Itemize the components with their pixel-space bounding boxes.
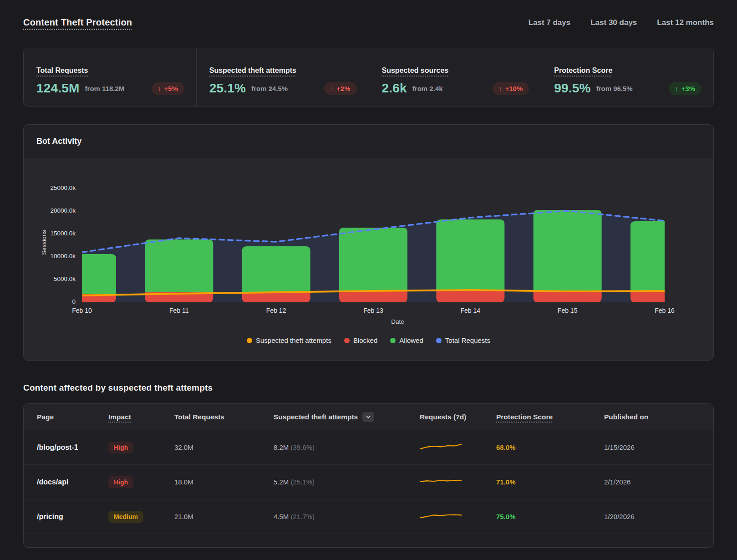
suspected-attempts-cell: 8.2M (39.6%): [274, 443, 420, 451]
requests-7d-cell: [420, 511, 496, 522]
suspected-attempts-cell: 5.2M (25.1%): [274, 478, 420, 486]
x-tick-label: Feb 11: [169, 307, 189, 314]
table-row[interactable]: /docs/apiHigh18.0M5.2M (25.1%)71.0%2/1/2…: [24, 464, 713, 499]
column-header-label: Suspected theft attempts: [274, 413, 358, 421]
stat-change-value: +10%: [505, 85, 523, 92]
x-axis-label: Date: [24, 318, 713, 325]
x-tick-label: Feb 12: [266, 307, 286, 314]
column-header-total-requests: Total Requests: [174, 413, 274, 421]
table-body: /blog/post-1High32.0M8.2M (39.6%)68.0%1/…: [24, 430, 713, 534]
arrow-up-icon: ↑: [675, 85, 679, 92]
stat-change-value: +2%: [336, 85, 350, 92]
column-header-impact: Impact: [108, 413, 174, 421]
chart-panel: Sessions 05000.0k10000.0k15000.0k20000.0…: [24, 158, 713, 361]
suspected-percent: (21.7%): [291, 513, 315, 520]
stat-previous-value: from 2.4k: [412, 85, 443, 92]
allowed-bar: [242, 246, 310, 292]
impact-cell: Medium: [108, 511, 174, 523]
x-tick-label: Feb 15: [558, 307, 578, 314]
requests-7d-cell: [420, 477, 496, 488]
legend-label: Blocked: [353, 336, 377, 344]
total-requests-cell: 32.0M: [174, 443, 274, 451]
allowed-bar: [534, 210, 602, 291]
table-row[interactable]: /pricingMedium21.0M4.5M (21.7%)75.0%1/20…: [24, 499, 713, 534]
table-row-partial: [24, 534, 713, 547]
requests-sparkline: [420, 511, 462, 520]
y-tick-label: 15000.0k: [50, 230, 76, 237]
stat-change-badge: ↑+5%: [152, 82, 184, 95]
time-range-last-7-days[interactable]: Last 7 days: [529, 18, 571, 27]
time-range-last-30-days[interactable]: Last 30 days: [590, 18, 637, 27]
arrow-up-icon: ↑: [158, 85, 162, 92]
legend-item[interactable]: Suspected theft attempts: [247, 336, 331, 344]
stat-change-badge: ↑+2%: [324, 82, 357, 95]
arrow-up-icon: ↑: [499, 85, 503, 92]
table-section-title: Content affected by suspected theft atte…: [23, 383, 714, 393]
stat-card: Suspected theft attempts25.1%from 24.5%↑…: [196, 48, 369, 106]
stat-card-title: Suspected theft attempts: [209, 66, 357, 75]
impact-badge: High: [108, 476, 133, 488]
page-cell: /blog/post-1: [37, 443, 108, 452]
legend-label: Suspected theft attempts: [256, 336, 331, 344]
chevron-down-icon: [367, 416, 370, 418]
allowed-bar: [339, 228, 407, 291]
time-range-last-12-months[interactable]: Last 12 months: [657, 18, 714, 27]
time-range-tabs: Last 7 daysLast 30 daysLast 12 months: [529, 18, 714, 27]
stat-card-value-row: 2.6kfrom 2.4k↑+10%: [382, 81, 529, 96]
allowed-bar: [145, 239, 213, 292]
stat-value: 2.6k: [382, 81, 407, 96]
suspected-percent: (25.1%): [291, 478, 315, 486]
stat-value: 99.5%: [554, 81, 590, 96]
allowed-bar: [82, 254, 116, 294]
requests-7d-cell: [420, 442, 496, 453]
stat-card-title: Total Requests: [36, 66, 184, 75]
allowed-bar: [630, 221, 665, 291]
legend-item[interactable]: Allowed: [390, 336, 423, 344]
x-tick-label: Feb 16: [655, 307, 675, 314]
column-header-page: Page: [37, 413, 108, 421]
stat-change-badge: ↑+3%: [669, 82, 701, 95]
sort-dropdown-button[interactable]: [362, 412, 374, 422]
total-requests-cell: 21.0M: [174, 513, 274, 520]
chart-card-header: Bot Activity: [24, 125, 713, 158]
stat-card-value-row: 99.5%from 96.5%↑+3%: [554, 81, 701, 96]
chart-title: Bot Activity: [36, 137, 81, 146]
column-header-published-on: Published on: [604, 413, 700, 421]
column-header-label: Total Requests: [174, 413, 224, 421]
stat-previous-value: from 24.5%: [251, 85, 288, 92]
protection-score-cell: 68.0%: [496, 443, 604, 451]
blocked-bar: [534, 291, 602, 302]
suspected-attempts-cell: 4.5M (21.7%): [274, 513, 420, 520]
published-on-cell: 1/20/2026: [604, 513, 700, 520]
requests-sparkline: [420, 442, 462, 451]
legend-item[interactable]: Blocked: [344, 336, 377, 344]
stat-card-value-row: 25.1%from 24.5%↑+2%: [209, 81, 357, 96]
column-header-suspected-theft-attempts: Suspected theft attempts: [274, 412, 420, 422]
impact-badge: High: [108, 442, 133, 453]
stat-value: 124.5M: [36, 81, 80, 96]
blocked-bar: [242, 292, 310, 302]
legend-item[interactable]: Total Requests: [436, 336, 490, 344]
suspected-percent: (39.6%): [291, 443, 315, 451]
blocked-bar: [436, 291, 504, 302]
chart-legend: Suspected theft attemptsBlockedAllowedTo…: [24, 336, 713, 344]
suspected-value: 5.2M: [274, 478, 289, 486]
legend-dot-icon: [247, 338, 252, 343]
x-tick-label: Feb 10: [72, 307, 92, 314]
protection-score-cell: 71.0%: [496, 478, 604, 486]
column-header-label: Page: [37, 413, 54, 421]
stat-change-value: +5%: [164, 85, 178, 92]
legend-dot-icon: [436, 338, 442, 343]
stat-value: 25.1%: [209, 81, 246, 96]
legend-dot-icon: [344, 338, 350, 343]
stat-change-value: +3%: [681, 85, 695, 92]
content-table: PageImpactTotal RequestsSuspected theft …: [23, 403, 714, 548]
y-tick-label: 10000.0k: [50, 253, 76, 260]
stat-previous-value: from 118.2M: [85, 85, 125, 92]
y-tick-label: 25000.0k: [50, 184, 76, 191]
stat-change-badge: ↑+10%: [493, 82, 529, 95]
table-row[interactable]: /blog/post-1High32.0M8.2M (39.6%)68.0%1/…: [24, 430, 713, 464]
chart-plot-area[interactable]: [82, 176, 665, 302]
requests-sparkline: [420, 477, 462, 486]
y-tick-label: 0: [72, 298, 76, 305]
